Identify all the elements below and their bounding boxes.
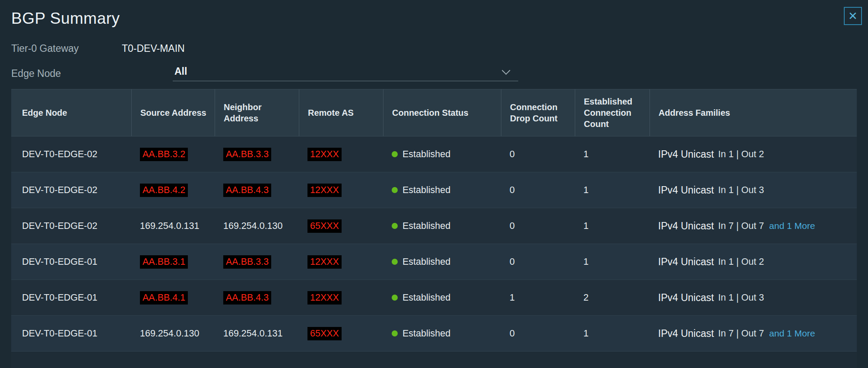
address-families-cell: IPv4 UnicastIn 1 | Out 2 xyxy=(649,136,857,172)
table-row: DEV-T0-EDGE-01 169.254.0.130 169.254.0.1… xyxy=(11,316,857,352)
address-family-name: IPv4 Unicast xyxy=(658,149,714,160)
connection-drop-count-cell: 0 xyxy=(501,316,575,351)
header-established-connection-count: Established Connection Count xyxy=(575,89,649,136)
more-address-families-link[interactable]: and 1 More xyxy=(769,328,815,339)
neighbor-address-cell: AA.BB.3.3 xyxy=(215,244,299,279)
page-title: BGP Summary xyxy=(11,10,857,28)
header-address-families: Address Families xyxy=(649,89,857,136)
address-family-detail: In 1 | Out 2 xyxy=(718,149,764,160)
status-label: Established xyxy=(402,149,450,160)
connection-drop-count-cell: 0 xyxy=(501,172,575,208)
source-address-cell: AA.BB.3.2 xyxy=(131,136,215,172)
edge-node-cell: DEV-T0-EDGE-02 xyxy=(11,172,131,208)
connection-drop-count-cell: 0 xyxy=(501,244,575,279)
status-label: Established xyxy=(402,292,450,303)
status-dot-icon xyxy=(392,151,398,157)
address-family-name: IPv4 Unicast xyxy=(658,184,714,196)
remote-as-cell: 12XXX xyxy=(299,280,383,315)
header-connection-drop-count: Connection Drop Count xyxy=(501,89,575,136)
address-family-name: IPv4 Unicast xyxy=(658,292,714,304)
more-address-families-link[interactable]: and 1 More xyxy=(769,221,815,231)
header-remote-as: Remote AS xyxy=(299,89,383,136)
remote-as-cell: 12XXX xyxy=(299,136,383,172)
table-footer-empty-row xyxy=(11,352,857,368)
edge-node-cell: DEV-T0-EDGE-01 xyxy=(11,244,131,279)
edge-node-row: Edge Node All xyxy=(11,64,857,79)
address-family-detail: In 7 | Out 7 xyxy=(718,221,764,232)
table-header-row: Edge Node Source Address Neighbor Addres… xyxy=(11,89,857,136)
redacted-value: AA.BB.3.3 xyxy=(223,148,271,161)
status-label: Established xyxy=(402,221,450,232)
connection-status-cell: Established xyxy=(383,244,501,279)
neighbor-address-cell: AA.BB.3.3 xyxy=(215,136,299,172)
address-family-name: IPv4 Unicast xyxy=(658,220,714,232)
address-families-cell: IPv4 UnicastIn 1 | Out 3 xyxy=(649,172,857,208)
close-button[interactable]: ✕ xyxy=(844,7,862,25)
source-address-cell: 169.254.0.130 xyxy=(131,316,215,351)
header-source-address: Source Address xyxy=(131,89,215,136)
redacted-value: 12XXX xyxy=(307,148,342,161)
redacted-value: AA.BB.4.1 xyxy=(140,291,188,305)
remote-as-cell: 65XXX xyxy=(299,316,383,351)
bgp-summary-table: Edge Node Source Address Neighbor Addres… xyxy=(11,89,857,368)
close-icon: ✕ xyxy=(848,8,858,24)
connection-status-cell: Established xyxy=(383,172,501,208)
source-address-cell: AA.BB.4.1 xyxy=(131,280,215,315)
edge-node-cell: DEV-T0-EDGE-01 xyxy=(11,316,131,351)
connection-status-cell: Established xyxy=(383,208,501,244)
remote-as-cell: 65XXX xyxy=(299,208,383,244)
connection-drop-count-cell: 0 xyxy=(501,208,575,244)
address-family-name: IPv4 Unicast xyxy=(658,328,714,339)
status-label: Established xyxy=(402,257,450,267)
table-row: DEV-T0-EDGE-01 AA.BB.3.1 AA.BB.3.3 12XXX… xyxy=(11,244,857,280)
edge-node-cell: DEV-T0-EDGE-02 xyxy=(11,136,131,172)
established-connection-count-cell: 1 xyxy=(575,172,649,208)
redacted-value: AA.BB.4.2 xyxy=(140,184,188,197)
table-body: DEV-T0-EDGE-02 AA.BB.3.2 AA.BB.3.3 12XXX… xyxy=(11,136,857,368)
neighbor-address-cell: 169.254.0.131 xyxy=(215,316,299,351)
redacted-value: 12XXX xyxy=(307,184,342,197)
redacted-value: 65XXX xyxy=(307,327,342,340)
edge-node-selected-value: All xyxy=(174,66,187,77)
established-connection-count-cell: 2 xyxy=(575,280,649,315)
table-row: DEV-T0-EDGE-01 AA.BB.4.1 AA.BB.4.3 12XXX… xyxy=(11,280,857,316)
neighbor-address-cell: AA.BB.4.3 xyxy=(215,280,299,315)
neighbor-address-cell: AA.BB.4.3 xyxy=(215,172,299,208)
source-address-cell: AA.BB.4.2 xyxy=(131,172,215,208)
remote-as-cell: 12XXX xyxy=(299,244,383,279)
connection-status-cell: Established xyxy=(383,136,501,172)
address-family-name: IPv4 Unicast xyxy=(658,256,714,268)
status-dot-icon xyxy=(392,295,398,301)
header-edge-node: Edge Node xyxy=(11,89,131,136)
chevron-down-icon xyxy=(502,66,510,75)
status-dot-icon xyxy=(392,259,398,265)
edge-node-cell: DEV-T0-EDGE-01 xyxy=(11,280,131,315)
remote-as-cell: 12XXX xyxy=(299,172,383,208)
address-families-cell: IPv4 UnicastIn 1 | Out 3 xyxy=(649,280,857,315)
established-connection-count-cell: 1 xyxy=(575,244,649,279)
established-connection-count-cell: 1 xyxy=(575,136,649,172)
status-dot-icon xyxy=(392,187,398,193)
address-family-detail: In 7 | Out 7 xyxy=(718,328,764,339)
address-families-cell: IPv4 UnicastIn 7 | Out 7and 1 More xyxy=(649,208,857,244)
table-row: DEV-T0-EDGE-02 AA.BB.4.2 AA.BB.4.3 12XXX… xyxy=(11,172,857,208)
tier0-gateway-label: Tier-0 Gateway xyxy=(11,43,122,54)
header-neighbor-address: Neighbor Address xyxy=(215,89,299,136)
connection-drop-count-cell: 0 xyxy=(501,136,575,172)
address-families-cell: IPv4 UnicastIn 1 | Out 2 xyxy=(649,244,857,279)
status-label: Established xyxy=(402,328,450,339)
edge-node-select[interactable]: All xyxy=(173,66,518,81)
redacted-value: AA.BB.4.3 xyxy=(223,184,271,197)
redacted-value: 65XXX xyxy=(307,219,342,233)
redacted-value: AA.BB.4.3 xyxy=(223,291,271,305)
table-row: DEV-T0-EDGE-02 AA.BB.3.2 AA.BB.3.3 12XXX… xyxy=(11,136,857,172)
redacted-value: 12XXX xyxy=(307,255,342,269)
address-family-detail: In 1 | Out 2 xyxy=(718,257,764,267)
connection-drop-count-cell: 1 xyxy=(501,280,575,315)
connection-status-cell: Established xyxy=(383,316,501,351)
established-connection-count-cell: 1 xyxy=(575,208,649,244)
source-address-cell: 169.254.0.131 xyxy=(131,208,215,244)
redacted-value: 12XXX xyxy=(307,291,342,305)
redacted-value: AA.BB.3.2 xyxy=(140,148,188,161)
address-family-detail: In 1 | Out 3 xyxy=(718,185,764,196)
